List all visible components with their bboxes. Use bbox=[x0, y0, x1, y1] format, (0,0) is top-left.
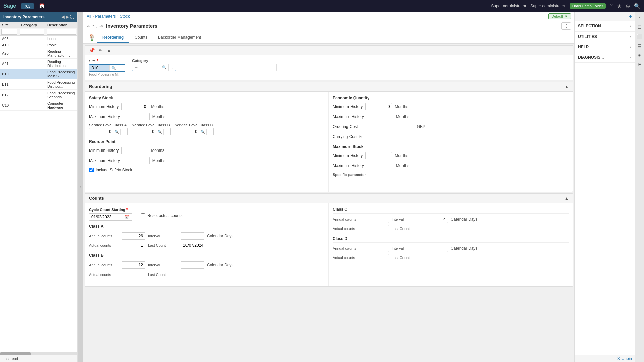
site-input[interactable] bbox=[89, 65, 109, 71]
rp-min-input[interactable] bbox=[121, 147, 148, 154]
sl-c-search[interactable]: 🔍 bbox=[199, 129, 206, 135]
sidebar-expand[interactable]: ⛶ bbox=[70, 15, 74, 19]
class-d-actual-input[interactable] bbox=[366, 254, 389, 261]
class-c-interval-input[interactable] bbox=[425, 216, 448, 223]
category-input[interactable] bbox=[140, 64, 160, 71]
ordering-cost-input[interactable] bbox=[361, 123, 414, 130]
class-d-last-input[interactable] bbox=[425, 254, 458, 261]
class-c-last-input[interactable] bbox=[425, 225, 458, 232]
help-icon[interactable]: ? bbox=[610, 3, 613, 9]
v-icon-6[interactable]: ⊟ bbox=[636, 60, 643, 68]
nav-next-icon[interactable]: ↓ bbox=[96, 23, 98, 29]
table-row[interactable]: A20 Reading Manufacturing bbox=[0, 48, 77, 59]
pin-icon[interactable]: 📌 bbox=[88, 47, 96, 54]
class-a-interval-input[interactable] bbox=[181, 232, 204, 240]
filter-description-input[interactable] bbox=[47, 29, 76, 35]
cycle-count-cal-icon[interactable]: 📅 bbox=[123, 214, 131, 220]
class-b-annual-input[interactable] bbox=[122, 261, 145, 269]
table-row[interactable]: A21 Reading Distribution bbox=[0, 59, 77, 69]
right-sidebar-item[interactable]: UTILITIES ‹ bbox=[575, 32, 635, 42]
class-a-annual-input[interactable] bbox=[122, 232, 145, 240]
category-desc-input[interactable] bbox=[183, 64, 277, 71]
class-c-annual-input[interactable] bbox=[366, 216, 389, 223]
right-sidebar-item[interactable]: DIAGNOSIS... ‹ bbox=[575, 52, 635, 63]
sidebar-nav-left[interactable]: ◀ bbox=[61, 15, 64, 19]
sl-b-input[interactable] bbox=[139, 128, 156, 135]
filter-category-input[interactable] bbox=[20, 29, 44, 35]
reordering-header[interactable]: Reordering ▲ bbox=[85, 82, 573, 92]
sl-a-more[interactable]: ⋮ bbox=[120, 129, 127, 135]
include-safety-stock-checkbox[interactable] bbox=[89, 168, 94, 172]
v-icon-4[interactable]: ▤ bbox=[636, 42, 643, 50]
table-row[interactable]: B12 Food Processing Seconda... bbox=[0, 90, 77, 100]
class-d-annual-input[interactable] bbox=[366, 245, 389, 252]
class-d-interval-input[interactable] bbox=[425, 245, 448, 252]
v-icon-5[interactable]: ◈ bbox=[636, 51, 643, 59]
nav-first-icon[interactable]: ⇤ bbox=[87, 23, 91, 29]
ms-max-input[interactable] bbox=[367, 162, 393, 169]
ss-min-history-input[interactable] bbox=[121, 103, 148, 110]
kebab-menu[interactable]: ⋮ bbox=[561, 22, 571, 30]
table-row[interactable]: A10 Poole bbox=[0, 42, 77, 48]
nav-prev-icon[interactable]: ↑ bbox=[92, 23, 94, 29]
v-icon-1[interactable]: ⋮ bbox=[636, 13, 643, 21]
add-button[interactable]: + bbox=[629, 13, 632, 19]
default-button[interactable]: Default ▼ bbox=[548, 13, 571, 19]
counts-collapse[interactable]: ▲ bbox=[565, 196, 569, 201]
table-row[interactable]: B11 Food Processing Distribu... bbox=[0, 79, 77, 90]
tab-counts[interactable]: Counts bbox=[129, 32, 153, 43]
specific-param-input[interactable] bbox=[333, 178, 386, 185]
tab-reordering[interactable]: Reordering bbox=[97, 32, 129, 43]
sl-c-input[interactable] bbox=[182, 128, 199, 135]
reordering-collapse[interactable]: ▲ bbox=[565, 84, 569, 89]
search-icon[interactable]: ⊕ bbox=[626, 3, 630, 9]
collapse-icon[interactable]: ▲ bbox=[105, 47, 113, 54]
counts-header[interactable]: Counts ▲ bbox=[85, 194, 573, 203]
sidebar-expand-handle[interactable]: ‹ bbox=[78, 12, 83, 362]
sl-b-search[interactable]: 🔍 bbox=[156, 129, 163, 135]
category-more-btn[interactable]: ⋮ bbox=[168, 64, 176, 71]
sl-b-more[interactable]: ⋮ bbox=[163, 129, 170, 135]
breadcrumb-parameters[interactable]: Parameters bbox=[95, 14, 116, 19]
ms-min-input[interactable] bbox=[365, 152, 392, 159]
v-icon-2[interactable]: ◻ bbox=[636, 23, 643, 31]
carrying-cost-input[interactable] bbox=[365, 133, 418, 140]
right-sidebar-item[interactable]: SELECTION ‹ bbox=[575, 21, 635, 32]
calendar-icon[interactable]: 📅 bbox=[39, 3, 45, 9]
sl-a-input[interactable] bbox=[96, 128, 113, 135]
edit-icon[interactable]: ✏ bbox=[97, 47, 104, 54]
global-search-icon[interactable]: 🔍 bbox=[634, 3, 641, 9]
class-b-interval-input[interactable] bbox=[181, 261, 204, 269]
v-icon-3[interactable]: ⬜ bbox=[635, 32, 644, 40]
cycle-count-date-input[interactable] bbox=[89, 214, 123, 220]
unpin-button[interactable]: ✕ Unpin bbox=[617, 356, 632, 361]
class-c-actual-input[interactable] bbox=[366, 225, 389, 232]
class-b-last-input[interactable] bbox=[181, 271, 214, 278]
category-search-btn[interactable]: 🔍 bbox=[160, 64, 168, 71]
reset-counts-checkbox[interactable] bbox=[141, 213, 145, 218]
table-row[interactable]: C10 Computer Hardware bbox=[0, 100, 77, 111]
table-row[interactable]: B10 Food Processing Main Si... bbox=[0, 69, 77, 79]
tab-home[interactable]: 🏠 bbox=[87, 31, 97, 43]
right-sidebar-item[interactable]: HELP ‹ bbox=[575, 42, 635, 52]
ss-max-history-input[interactable] bbox=[123, 113, 150, 120]
site-search-btn[interactable]: 🔍 bbox=[109, 65, 118, 71]
sl-a-search[interactable]: 🔍 bbox=[113, 129, 120, 135]
class-a-last-input[interactable] bbox=[181, 242, 214, 249]
nav-last-icon[interactable]: ⇥ bbox=[99, 23, 103, 29]
eq-max-input[interactable] bbox=[367, 113, 393, 120]
tab-backorder[interactable]: Backorder Management bbox=[153, 32, 206, 43]
site-more-btn[interactable]: ⋮ bbox=[118, 65, 125, 71]
favorites-icon[interactable]: ★ bbox=[617, 3, 622, 9]
breadcrumb-all[interactable]: All bbox=[87, 14, 91, 19]
sidebar-scrollbar[interactable] bbox=[0, 352, 77, 355]
table-row[interactable]: A05 Leeds bbox=[0, 36, 77, 42]
breadcrumb-stock[interactable]: Stock bbox=[120, 14, 130, 19]
eq-min-input[interactable] bbox=[365, 103, 392, 110]
sl-c-more[interactable]: ⋮ bbox=[206, 129, 213, 135]
sidebar-nav-right[interactable]: ▶ bbox=[66, 15, 69, 19]
filter-site-input[interactable] bbox=[1, 29, 17, 35]
class-a-actual-input[interactable] bbox=[122, 242, 145, 249]
class-b-actual-input[interactable] bbox=[122, 271, 145, 278]
rp-max-input[interactable] bbox=[123, 157, 150, 164]
